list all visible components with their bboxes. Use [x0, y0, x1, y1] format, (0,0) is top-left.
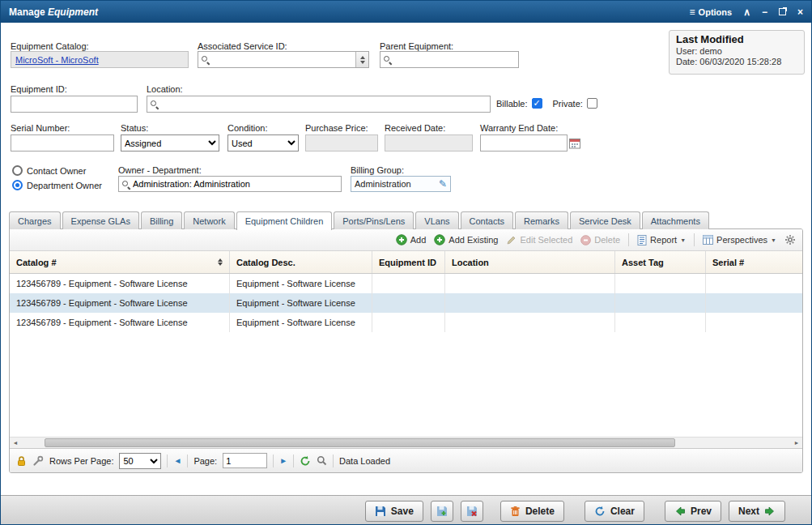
warranty-end-date-input[interactable]	[480, 134, 568, 152]
rows-per-page-select[interactable]: 50	[119, 453, 161, 469]
next-page-arrow[interactable]: ►	[279, 456, 287, 465]
billable-checkbox[interactable]: ✓	[532, 98, 542, 109]
private-label: Private:	[553, 99, 583, 109]
search-icon	[121, 180, 130, 189]
tab-equipment-children[interactable]: Equipment Children	[236, 211, 333, 230]
column-header-catalog-desc[interactable]: Catalog Desc.	[230, 251, 372, 273]
collapse-button[interactable]: ∧	[743, 7, 750, 17]
column-header-serial[interactable]: Serial #	[706, 251, 803, 273]
title-bar: Manage Equipment ≡ Options ∧ − ×	[1, 1, 811, 23]
prev-page-arrow[interactable]: ◄	[173, 456, 181, 465]
owner-department-input[interactable]	[133, 177, 338, 191]
window-title-prefix: Manage	[9, 6, 48, 18]
status-select[interactable]: Assigned	[121, 134, 219, 152]
tab-attachments[interactable]: Attachments	[642, 211, 709, 229]
chevron-down-icon: ▼	[680, 237, 686, 243]
save-and-new-button[interactable]	[431, 501, 453, 522]
window-title-emphasis: Equipment	[48, 6, 98, 18]
last-modified-user: User: demo	[676, 46, 797, 56]
chevron-down-icon: ▼	[771, 237, 776, 243]
popout-button[interactable]	[779, 8, 786, 15]
collapse-icon: ∧	[743, 7, 750, 17]
scrollbar-track[interactable]	[21, 438, 791, 448]
action-bar: Save Delete Clear Prev Next	[1, 495, 811, 525]
tab-contacts[interactable]: Contacts	[461, 211, 513, 229]
scrollbar-thumb[interactable]	[45, 438, 676, 447]
save-icon	[375, 506, 386, 517]
add-existing-button[interactable]: Add Existing	[434, 234, 498, 245]
save-and-new-icon	[436, 506, 448, 517]
tab-charges[interactable]: Charges	[9, 211, 61, 229]
billing-group-value: Administration	[355, 179, 411, 189]
page-label: Page:	[193, 456, 217, 466]
column-header-equipment-id[interactable]: Equipment ID	[372, 251, 445, 273]
minimize-button[interactable]: −	[762, 7, 767, 17]
close-button[interactable]: ×	[797, 7, 803, 17]
tab-ports-pins-lens[interactable]: Ports/Pins/Lens	[334, 211, 414, 229]
manage-equipment-window: Manage Equipment ≡ Options ∧ − × Equipme…	[0, 0, 812, 525]
tab-billing[interactable]: Billing	[141, 211, 182, 229]
page-number-input[interactable]	[223, 453, 267, 468]
location-label: Location:	[147, 84, 183, 94]
grid-settings-button[interactable]	[784, 234, 796, 245]
service-id-spinner[interactable]	[355, 52, 368, 67]
purchase-price-label: Purchase Price:	[305, 123, 368, 133]
private-checkbox[interactable]	[587, 98, 597, 109]
window-title: Manage Equipment	[9, 6, 98, 18]
column-header-catalog-number[interactable]: Catalog #	[10, 251, 230, 273]
table-row[interactable]: 123456789 - Equipment - Software License…	[10, 274, 803, 293]
last-modified-panel: Last Modified User: demo Date: 06/03/202…	[669, 30, 805, 75]
toolbar-separator	[694, 233, 695, 246]
tab-remarks[interactable]: Remarks	[515, 211, 568, 229]
prev-button[interactable]: Prev	[665, 501, 721, 522]
calendar-icon[interactable]	[569, 138, 580, 149]
perspectives-button[interactable]: Perspectives ▼	[703, 235, 776, 245]
sort-icon[interactable]	[218, 258, 223, 266]
tab-vlans[interactable]: VLans	[415, 211, 458, 229]
wrench-icon[interactable]	[32, 455, 44, 467]
serial-number-input[interactable]	[11, 134, 114, 152]
add-existing-icon	[434, 234, 445, 245]
report-button[interactable]: Report ▼	[637, 235, 686, 245]
contact-owner-option[interactable]: Contact Owner	[12, 165, 86, 176]
contact-owner-radio[interactable]	[12, 165, 23, 176]
received-date-label: Received Date:	[385, 123, 445, 133]
delete-button[interactable]: Delete	[500, 501, 564, 522]
last-modified-date: Date: 06/03/2020 15:28:28	[676, 57, 797, 66]
save-and-close-button[interactable]	[461, 501, 483, 522]
condition-select[interactable]: Used	[227, 134, 299, 152]
tab-service-desk[interactable]: Service Desk	[570, 211, 640, 229]
options-button[interactable]: ≡ Options	[690, 7, 733, 17]
equipment-catalog-link[interactable]: MicroSoft - MicroSoft	[15, 55, 99, 65]
scroll-right-arrow[interactable]: ►	[791, 438, 802, 448]
last-modified-title: Last Modified	[676, 33, 797, 45]
column-header-asset-tag[interactable]: Asset Tag	[615, 251, 706, 273]
warranty-end-date-label: Warranty End Date:	[480, 123, 558, 133]
clear-button[interactable]: Clear	[585, 501, 644, 522]
location-input[interactable]	[161, 97, 487, 111]
column-header-location[interactable]: Location	[445, 251, 615, 273]
edit-pencil-icon[interactable]: ✎	[439, 178, 447, 190]
refresh-icon[interactable]	[300, 455, 311, 467]
tab-expense-glas[interactable]: Expense GLAs	[62, 211, 139, 229]
equipment-catalog-label: Equipment Catalog:	[11, 41, 89, 51]
add-button[interactable]: Add	[396, 234, 427, 245]
equipment-id-label: Equipment ID:	[11, 84, 67, 94]
scroll-left-arrow[interactable]: ◄	[10, 438, 21, 448]
parent-equipment-input[interactable]	[394, 53, 516, 66]
clear-icon	[594, 506, 606, 517]
associated-service-id-field	[198, 51, 369, 68]
department-owner-radio[interactable]	[12, 180, 23, 190]
save-and-close-icon	[466, 506, 478, 517]
tab-network[interactable]: Network	[184, 211, 234, 229]
next-button[interactable]: Next	[729, 501, 785, 522]
associated-service-id-input[interactable]	[212, 53, 353, 66]
search-icon	[383, 55, 392, 64]
search-grid-icon[interactable]	[317, 455, 327, 466]
table-row[interactable]: 123456789 - Equipment - Software License…	[10, 313, 803, 332]
table-row[interactable]: 123456789 - Equipment - Software License…	[10, 293, 803, 313]
lock-icon[interactable]	[16, 455, 27, 467]
equipment-id-input[interactable]	[11, 96, 138, 113]
save-button[interactable]: Save	[365, 501, 423, 522]
department-owner-option[interactable]: Department Owner	[12, 180, 102, 190]
